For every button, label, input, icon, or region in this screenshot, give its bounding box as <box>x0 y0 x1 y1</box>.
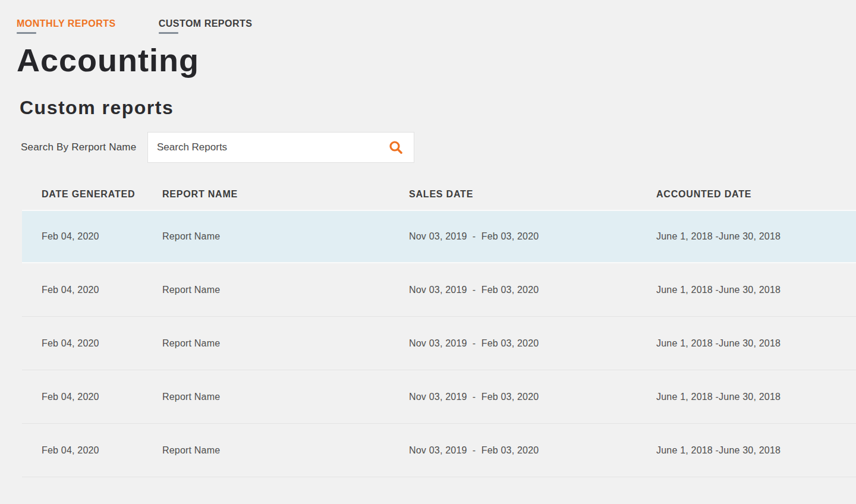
cell-report-name: Report Name <box>162 338 409 349</box>
column-header-accounted-date: ACCOUNTED DATE <box>656 189 856 200</box>
cell-sales-date: Nov 03, 2019 - Feb 03, 2020 <box>409 231 656 242</box>
table-row[interactable]: Feb 04, 2020 Report Name Nov 03, 2019 - … <box>22 317 856 370</box>
table-row[interactable]: Feb 04, 2020 Report Name Nov 03, 2019 - … <box>22 370 856 424</box>
tab-underline <box>159 32 178 34</box>
search-icon[interactable] <box>388 140 404 155</box>
tab-custom-reports[interactable]: CUSTOM REPORTS <box>159 18 253 34</box>
custom-reports-table: DATE GENERATED REPORT NAME SALES DATE AC… <box>0 179 856 477</box>
search-box <box>147 132 414 163</box>
cell-accounted-date: June 1, 2018 -June 30, 2018 <box>656 231 856 242</box>
cell-report-name: Report Name <box>162 285 409 295</box>
cell-date-generated: Feb 04, 2020 <box>42 338 162 349</box>
search-row: Search By Rerport Name <box>21 132 856 163</box>
cell-date-generated: Feb 04, 2020 <box>42 392 162 402</box>
cell-date-generated: Feb 04, 2020 <box>42 445 162 456</box>
tab-monthly-reports-label: MONTHLY REPORTS <box>17 18 116 29</box>
cell-report-name: Report Name <box>162 231 409 242</box>
tab-monthly-reports[interactable]: MONTHLY REPORTS <box>17 18 116 34</box>
cell-report-name: Report Name <box>162 445 409 456</box>
cell-date-generated: Feb 04, 2020 <box>42 285 162 295</box>
table-row[interactable]: Feb 04, 2020 Report Name Nov 03, 2019 - … <box>22 424 856 477</box>
report-tabs: MONTHLY REPORTS CUSTOM REPORTS <box>17 0 856 34</box>
cell-sales-date: Nov 03, 2019 - Feb 03, 2020 <box>409 392 656 402</box>
column-header-report-name: REPORT NAME <box>162 189 409 200</box>
cell-sales-date: Nov 03, 2019 - Feb 03, 2020 <box>409 338 656 349</box>
cell-sales-date: Nov 03, 2019 - Feb 03, 2020 <box>409 285 656 295</box>
cell-accounted-date: June 1, 2018 -June 30, 2018 <box>656 285 856 295</box>
column-header-date-generated: DATE GENERATED <box>42 189 162 200</box>
cell-report-name: Report Name <box>162 392 409 402</box>
tab-underline <box>17 32 36 34</box>
table-header-row: DATE GENERATED REPORT NAME SALES DATE AC… <box>22 179 856 210</box>
tab-custom-reports-label: CUSTOM REPORTS <box>159 18 253 29</box>
cell-sales-date: Nov 03, 2019 - Feb 03, 2020 <box>409 445 656 456</box>
search-input[interactable] <box>147 132 414 163</box>
section-title: Custom reports <box>20 96 856 119</box>
cell-accounted-date: June 1, 2018 -June 30, 2018 <box>656 338 856 349</box>
table-row[interactable]: Feb 04, 2020 Report Name Nov 03, 2019 - … <box>22 210 856 263</box>
cell-accounted-date: June 1, 2018 -June 30, 2018 <box>656 392 856 402</box>
table-row[interactable]: Feb 04, 2020 Report Name Nov 03, 2019 - … <box>22 263 856 317</box>
cell-date-generated: Feb 04, 2020 <box>42 231 162 242</box>
cell-accounted-date: June 1, 2018 -June 30, 2018 <box>656 445 856 456</box>
column-header-sales-date: SALES DATE <box>409 189 656 200</box>
search-label: Search By Rerport Name <box>21 141 147 153</box>
page-title: Accounting <box>17 42 856 78</box>
